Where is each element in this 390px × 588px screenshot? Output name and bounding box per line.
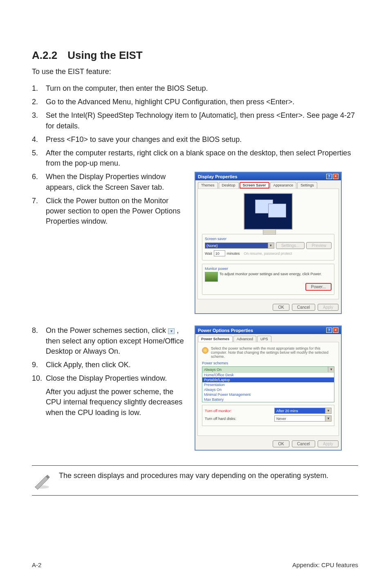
power-scheme-dropdown[interactable]: Always On: [202, 366, 334, 373]
list-item[interactable]: Minimal Power Management: [202, 392, 334, 397]
help-icon[interactable]: ?: [326, 174, 332, 179]
monitor-power-desc: To adjust monitor power settings and sav…: [220, 272, 332, 276]
wait-spinner[interactable]: 10: [214, 250, 225, 256]
screensaver-group-label: Screen saver: [205, 237, 332, 241]
step-text: Click the Power button on the Monitor po…: [46, 196, 187, 227]
step-text: On the Power schemes section, click ▾ , …: [46, 325, 187, 357]
tab-ups[interactable]: UPS: [257, 336, 271, 342]
page-number: A-2: [32, 561, 41, 568]
list-item[interactable]: Presentation: [202, 382, 334, 387]
tab-bar: Power Schemes Advanced UPS: [195, 334, 341, 342]
step-text: Close the Display Properties window.: [46, 373, 187, 384]
close-icon[interactable]: ×: [333, 174, 338, 179]
step-num: 9.: [32, 360, 46, 370]
step-num: 6.: [32, 172, 46, 192]
dialog-title: Power Options Properties: [198, 328, 253, 333]
power-button[interactable]: Power...: [305, 283, 332, 291]
wait-minutes: minutes: [227, 251, 240, 256]
step-num: 7.: [32, 196, 46, 227]
turn-off-monitor-select[interactable]: After 20 mins: [274, 408, 332, 414]
power-schemes-label: Power schemes: [202, 361, 334, 365]
step-list-b: 6.When the Display Properties window app…: [32, 172, 187, 227]
step-num: 8.: [32, 325, 46, 357]
dialog-title: Display Properties: [198, 174, 238, 179]
tab-screen-saver[interactable]: Screen Saver: [240, 182, 269, 189]
tab-appearance[interactable]: Appearance: [270, 182, 297, 189]
tab-desktop[interactable]: Desktop: [219, 182, 239, 189]
ok-button[interactable]: OK: [273, 304, 289, 311]
step-num: 5.: [32, 148, 46, 168]
step-num: 2.: [32, 97, 46, 107]
footer-title: Appendix: CPU features: [292, 561, 358, 568]
power-options-dialog: Power Options Properties ? × Power Schem…: [195, 325, 342, 451]
intro-text: To use the EIST feature:: [32, 67, 358, 76]
step-text: Click Apply, then click OK.: [46, 360, 187, 370]
turn-off-hd-select[interactable]: Never: [274, 415, 332, 422]
cancel-button[interactable]: Cancel: [292, 440, 315, 447]
chevron-down-icon[interactable]: ▾: [168, 328, 175, 334]
turn-off-hd-label: Turn off hard disks:: [205, 417, 236, 421]
step-list-a: 1.Turn on the computer, then enter the B…: [32, 83, 358, 168]
tab-settings[interactable]: Settings: [297, 182, 317, 189]
step-list-c: 8. On the Power schemes section, click ▾…: [32, 325, 187, 384]
section-number: A.2.2: [32, 49, 65, 62]
list-item[interactable]: Always On: [202, 387, 334, 392]
note-text: The screen displays and procedures may v…: [59, 471, 328, 481]
bulb-icon: [202, 347, 208, 354]
settings-button[interactable]: Settings...: [276, 242, 305, 249]
apply-button[interactable]: Apply: [318, 304, 338, 311]
step-text: Press <F10> to save your changes and exi…: [46, 135, 358, 145]
monitor-power-label: Monitor power: [205, 267, 332, 271]
apply-button[interactable]: Apply: [318, 440, 338, 447]
resume-checkbox-label[interactable]: On resume, password protect: [244, 251, 292, 256]
section-heading: A.2.2 Using the EIST: [32, 49, 358, 62]
monitor-preview: [244, 193, 293, 230]
step-text: Go to the Advanced Menu, highlight CPU C…: [46, 97, 358, 107]
step-text: After the computer restarts, right click…: [46, 148, 358, 168]
display-properties-dialog: Display Properties ? × Themes Desktop Sc…: [195, 172, 342, 314]
list-item[interactable]: Home/Office Desk: [202, 373, 334, 377]
tab-power-schemes[interactable]: Power Schemes: [198, 336, 233, 342]
step-text: Turn on the computer, then enter the BIO…: [46, 83, 358, 94]
pencil-icon: [32, 471, 52, 490]
tab-bar: Themes Desktop Screen Saver Appearance S…: [195, 180, 341, 189]
energy-star-icon: [205, 272, 218, 282]
power-scheme-options[interactable]: Home/Office Desk Portable/Laptop Present…: [202, 373, 334, 402]
list-item[interactable]: Portable/Laptop: [202, 377, 334, 382]
close-icon[interactable]: ×: [333, 328, 338, 333]
list-item[interactable]: Max Battery: [202, 397, 334, 402]
tab-themes[interactable]: Themes: [198, 182, 218, 189]
ok-button[interactable]: OK: [273, 440, 289, 447]
tab-advanced[interactable]: Advanced: [233, 336, 256, 342]
step-num: 1.: [32, 83, 46, 94]
step-text: When the Display Properties window appea…: [46, 172, 187, 192]
note-box: The screen displays and procedures may v…: [32, 465, 358, 496]
step-text: Set the Intel(R) SpeedStep Technology it…: [46, 110, 358, 131]
cancel-button[interactable]: Cancel: [292, 304, 315, 311]
wait-label: Wait: [205, 251, 212, 256]
after-adjust-text: After you adjust the power scheme, the C…: [46, 387, 187, 418]
screensaver-dropdown[interactable]: (None): [205, 242, 274, 249]
page-footer: A-2 Appendix: CPU features: [32, 561, 358, 568]
step-num: 10.: [32, 373, 46, 384]
section-title: Using the EIST: [67, 49, 142, 61]
turn-off-monitor-label: Turn off monitor:: [205, 409, 232, 413]
help-icon[interactable]: ?: [326, 328, 332, 333]
step-num: 4.: [32, 135, 46, 145]
power-scheme-desc: Select the power scheme with the most ap…: [211, 346, 334, 359]
step-num: 3.: [32, 110, 46, 131]
preview-button[interactable]: Preview: [306, 242, 332, 249]
